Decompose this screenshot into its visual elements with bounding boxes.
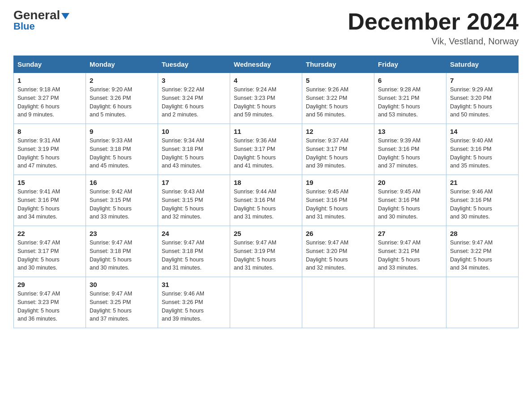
day-number: 13 <box>378 128 442 135</box>
table-row: 14 Sunrise: 9:40 AMSunset: 3:16 PMDaylig… <box>446 124 519 175</box>
day-number: 3 <box>162 77 226 84</box>
col-monday: Monday <box>86 56 158 73</box>
table-row: 19 Sunrise: 9:45 AMSunset: 3:16 PMDaylig… <box>302 175 374 226</box>
calendar-week-row: 15 Sunrise: 9:41 AMSunset: 3:16 PMDaylig… <box>14 175 519 226</box>
day-number: 18 <box>234 179 298 186</box>
location: Vik, Vestland, Norway <box>348 36 519 47</box>
table-row: 22 Sunrise: 9:47 AMSunset: 3:17 PMDaylig… <box>14 226 86 277</box>
col-thursday: Thursday <box>302 56 374 73</box>
day-number: 14 <box>450 128 515 135</box>
month-title: December 2024 <box>348 9 519 34</box>
logo: General Blue <box>13 9 69 32</box>
day-info: Sunrise: 9:40 AMSunset: 3:16 PMDaylight:… <box>450 137 515 170</box>
table-row: 5 Sunrise: 9:26 AMSunset: 3:22 PMDayligh… <box>302 73 374 124</box>
day-info: Sunrise: 9:39 AMSunset: 3:16 PMDaylight:… <box>378 137 442 170</box>
calendar-week-row: 8 Sunrise: 9:31 AMSunset: 3:19 PMDayligh… <box>14 124 519 175</box>
day-info: Sunrise: 9:47 AMSunset: 3:19 PMDaylight:… <box>234 239 298 272</box>
table-row <box>302 277 374 328</box>
day-number: 11 <box>234 128 298 135</box>
day-info: Sunrise: 9:47 AMSunset: 3:18 PMDaylight:… <box>90 239 154 272</box>
day-number: 2 <box>90 77 154 84</box>
day-info: Sunrise: 9:46 AMSunset: 3:26 PMDaylight:… <box>162 290 226 323</box>
table-row <box>230 277 302 328</box>
table-row: 29 Sunrise: 9:47 AMSunset: 3:23 PMDaylig… <box>14 277 86 328</box>
col-tuesday: Tuesday <box>158 56 230 73</box>
day-info: Sunrise: 9:36 AMSunset: 3:17 PMDaylight:… <box>234 137 298 170</box>
day-number: 6 <box>378 77 442 84</box>
day-number: 20 <box>378 179 442 186</box>
day-info: Sunrise: 9:41 AMSunset: 3:16 PMDaylight:… <box>17 188 82 221</box>
table-row: 27 Sunrise: 9:47 AMSunset: 3:21 PMDaylig… <box>374 226 446 277</box>
day-info: Sunrise: 9:47 AMSunset: 3:22 PMDaylight:… <box>450 239 515 272</box>
day-info: Sunrise: 9:45 AMSunset: 3:16 PMDaylight:… <box>306 188 370 221</box>
day-info: Sunrise: 9:45 AMSunset: 3:16 PMDaylight:… <box>378 188 442 221</box>
day-info: Sunrise: 9:24 AMSunset: 3:23 PMDaylight:… <box>234 86 298 119</box>
day-number: 22 <box>17 230 82 237</box>
day-info: Sunrise: 9:47 AMSunset: 3:23 PMDaylight:… <box>17 290 82 323</box>
day-info: Sunrise: 9:43 AMSunset: 3:15 PMDaylight:… <box>162 188 226 221</box>
table-row: 1 Sunrise: 9:18 AMSunset: 3:27 PMDayligh… <box>14 73 86 124</box>
table-row: 12 Sunrise: 9:37 AMSunset: 3:17 PMDaylig… <box>302 124 374 175</box>
day-number: 7 <box>450 77 515 84</box>
day-info: Sunrise: 9:47 AMSunset: 3:17 PMDaylight:… <box>17 239 82 272</box>
day-info: Sunrise: 9:26 AMSunset: 3:22 PMDaylight:… <box>306 86 370 119</box>
col-friday: Friday <box>374 56 446 73</box>
table-row: 11 Sunrise: 9:36 AMSunset: 3:17 PMDaylig… <box>230 124 302 175</box>
day-number: 25 <box>234 230 298 237</box>
table-row: 18 Sunrise: 9:44 AMSunset: 3:16 PMDaylig… <box>230 175 302 226</box>
calendar-week-row: 1 Sunrise: 9:18 AMSunset: 3:27 PMDayligh… <box>14 73 519 124</box>
table-row: 4 Sunrise: 9:24 AMSunset: 3:23 PMDayligh… <box>230 73 302 124</box>
day-info: Sunrise: 9:31 AMSunset: 3:19 PMDaylight:… <box>17 137 82 170</box>
table-row: 7 Sunrise: 9:29 AMSunset: 3:20 PMDayligh… <box>446 73 519 124</box>
table-row: 6 Sunrise: 9:28 AMSunset: 3:21 PMDayligh… <box>374 73 446 124</box>
table-row: 31 Sunrise: 9:46 AMSunset: 3:26 PMDaylig… <box>158 277 230 328</box>
day-info: Sunrise: 9:28 AMSunset: 3:21 PMDaylight:… <box>378 86 442 119</box>
day-info: Sunrise: 9:22 AMSunset: 3:24 PMDaylight:… <box>162 86 226 119</box>
day-info: Sunrise: 9:47 AMSunset: 3:18 PMDaylight:… <box>162 239 226 272</box>
day-info: Sunrise: 9:47 AMSunset: 3:20 PMDaylight:… <box>306 239 370 272</box>
day-number: 17 <box>162 179 226 186</box>
col-wednesday: Wednesday <box>230 56 302 73</box>
table-row: 20 Sunrise: 9:45 AMSunset: 3:16 PMDaylig… <box>374 175 446 226</box>
table-row: 21 Sunrise: 9:46 AMSunset: 3:16 PMDaylig… <box>446 175 519 226</box>
calendar-header-row: Sunday Monday Tuesday Wednesday Thursday… <box>14 56 519 73</box>
table-row: 8 Sunrise: 9:31 AMSunset: 3:19 PMDayligh… <box>14 124 86 175</box>
table-row: 25 Sunrise: 9:47 AMSunset: 3:19 PMDaylig… <box>230 226 302 277</box>
table-row: 15 Sunrise: 9:41 AMSunset: 3:16 PMDaylig… <box>14 175 86 226</box>
day-number: 21 <box>450 179 515 186</box>
day-info: Sunrise: 9:42 AMSunset: 3:15 PMDaylight:… <box>90 188 154 221</box>
day-info: Sunrise: 9:29 AMSunset: 3:20 PMDaylight:… <box>450 86 515 119</box>
day-info: Sunrise: 9:37 AMSunset: 3:17 PMDaylight:… <box>306 137 370 170</box>
day-number: 31 <box>162 281 226 288</box>
table-row: 28 Sunrise: 9:47 AMSunset: 3:22 PMDaylig… <box>446 226 519 277</box>
table-row: 3 Sunrise: 9:22 AMSunset: 3:24 PMDayligh… <box>158 73 230 124</box>
page-header: General Blue December 2024 Vik, Vestland… <box>13 9 519 47</box>
table-row: 9 Sunrise: 9:33 AMSunset: 3:18 PMDayligh… <box>86 124 158 175</box>
day-info: Sunrise: 9:34 AMSunset: 3:18 PMDaylight:… <box>162 137 226 170</box>
table-row: 30 Sunrise: 9:47 AMSunset: 3:25 PMDaylig… <box>86 277 158 328</box>
day-info: Sunrise: 9:33 AMSunset: 3:18 PMDaylight:… <box>90 137 154 170</box>
day-number: 27 <box>378 230 442 237</box>
table-row: 24 Sunrise: 9:47 AMSunset: 3:18 PMDaylig… <box>158 226 230 277</box>
calendar-table: Sunday Monday Tuesday Wednesday Thursday… <box>13 56 519 328</box>
calendar-week-row: 29 Sunrise: 9:47 AMSunset: 3:23 PMDaylig… <box>14 277 519 328</box>
day-number: 29 <box>17 281 82 288</box>
day-number: 10 <box>162 128 226 135</box>
day-number: 16 <box>90 179 154 186</box>
day-number: 30 <box>90 281 154 288</box>
table-row: 2 Sunrise: 9:20 AMSunset: 3:26 PMDayligh… <box>86 73 158 124</box>
day-number: 19 <box>306 179 370 186</box>
table-row <box>446 277 519 328</box>
day-number: 23 <box>90 230 154 237</box>
day-number: 26 <box>306 230 370 237</box>
day-info: Sunrise: 9:44 AMSunset: 3:16 PMDaylight:… <box>234 188 298 221</box>
day-number: 4 <box>234 77 298 84</box>
table-row <box>374 277 446 328</box>
day-info: Sunrise: 9:18 AMSunset: 3:27 PMDaylight:… <box>17 86 82 119</box>
day-number: 8 <box>17 128 82 135</box>
day-info: Sunrise: 9:47 AMSunset: 3:25 PMDaylight:… <box>90 290 154 323</box>
day-number: 12 <box>306 128 370 135</box>
day-number: 5 <box>306 77 370 84</box>
title-block: December 2024 Vik, Vestland, Norway <box>348 9 519 47</box>
col-sunday: Sunday <box>14 56 86 73</box>
